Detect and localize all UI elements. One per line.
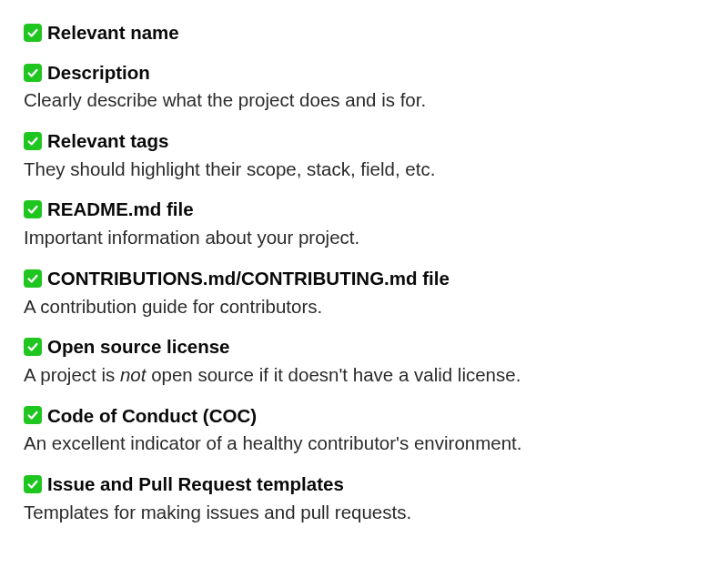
check-icon (24, 269, 42, 288)
checklist-item: CONTRIBUTIONS.md/CONTRIBUTING.md file A … (24, 266, 704, 319)
checklist-item: Code of Conduct (COC) An excellent indic… (24, 403, 704, 457)
checklist-item-desc: They should highlight their scope, stack… (24, 156, 704, 183)
check-icon (24, 406, 42, 424)
checklist: Relevant name Description Clearly descri… (24, 20, 704, 525)
checklist-item-heading: README.md file (24, 197, 704, 222)
checklist-item-desc: Important information about your project… (24, 224, 704, 251)
checklist-item-desc: An excellent indicator of a healthy cont… (24, 430, 704, 457)
check-icon (24, 24, 42, 42)
checklist-item-title: Relevant name (47, 20, 179, 46)
checklist-item-title: CONTRIBUTIONS.md/CONTRIBUTING.md file (47, 266, 450, 291)
check-icon (24, 475, 42, 493)
checklist-item: Description Clearly describe what the pr… (24, 60, 704, 114)
checklist-item-heading: CONTRIBUTIONS.md/CONTRIBUTING.md file (24, 266, 704, 291)
checklist-item-title: README.md file (47, 197, 194, 222)
checklist-item: Issue and Pull Request templates Templat… (24, 472, 704, 525)
checklist-item-title: Relevant tags (47, 128, 168, 154)
checklist-item-title: Issue and Pull Request templates (47, 472, 344, 497)
checklist-item: Relevant tags They should highlight thei… (24, 128, 704, 182)
check-icon (24, 200, 42, 218)
checklist-item-heading: Open source license (24, 334, 704, 360)
checklist-item-desc: Templates for making issues and pull req… (24, 499, 704, 526)
checklist-item: README.md file Important information abo… (24, 197, 704, 250)
checklist-item: Relevant name (24, 20, 704, 46)
checklist-item-heading: Relevant tags (24, 128, 704, 154)
checklist-item-desc: A contribution guide for contributors. (24, 293, 704, 320)
checklist-item: Open source license A project is not ope… (24, 334, 704, 388)
checklist-item-heading: Code of Conduct (COC) (24, 403, 704, 429)
check-icon (24, 132, 42, 150)
checklist-item-title: Code of Conduct (COC) (47, 403, 257, 429)
checklist-item-heading: Issue and Pull Request templates (24, 472, 704, 497)
check-icon (24, 64, 42, 82)
check-icon (24, 338, 42, 356)
checklist-item-desc: A project is not open source if it doesn… (24, 361, 704, 389)
checklist-item-heading: Relevant name (24, 20, 704, 46)
checklist-item-heading: Description (24, 60, 704, 86)
checklist-item-title: Description (47, 60, 150, 86)
checklist-item-title: Open source license (47, 334, 230, 360)
checklist-item-desc: Clearly describe what the project does a… (24, 86, 704, 114)
